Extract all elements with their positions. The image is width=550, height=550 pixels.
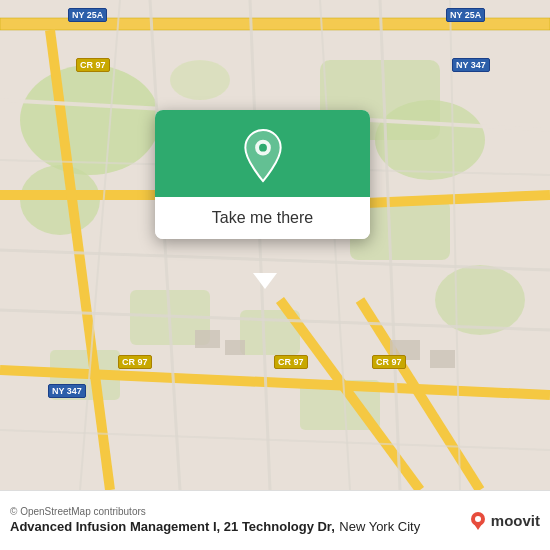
road-label-ny347-top-right: NY 347 — [452, 58, 490, 72]
road-label-cr97-bottom-right: CR 97 — [372, 355, 406, 369]
pin-icon — [239, 128, 287, 183]
svg-rect-33 — [225, 340, 245, 355]
map-svg — [0, 0, 550, 490]
bottom-bar: © OpenStreetMap contributors Advanced In… — [0, 490, 550, 550]
popup-green-header — [155, 110, 370, 197]
take-me-there-button[interactable]: Take me there — [155, 197, 370, 239]
location-subtitle: New York City — [339, 519, 420, 534]
road-label-ny25a-right: NY 25A — [446, 8, 485, 22]
moovit-icon — [469, 512, 487, 530]
attribution-text: © OpenStreetMap contributors — [10, 506, 420, 517]
svg-marker-40 — [474, 524, 482, 530]
location-popup: Take me there — [155, 110, 370, 239]
svg-rect-32 — [195, 330, 220, 348]
map-view: NY 25A NY 25A CR 97 NY 347 NY 347 CR 97 … — [0, 0, 550, 490]
road-label-cr97-left: CR 97 — [76, 58, 110, 72]
road-label-cr97-bottom-mid: CR 97 — [274, 355, 308, 369]
moovit-text: moovit — [491, 512, 540, 529]
svg-point-6 — [170, 60, 230, 100]
location-info: Advanced Infusion Management I, 21 Techn… — [10, 517, 420, 535]
svg-point-9 — [435, 265, 525, 335]
moovit-logo: moovit — [469, 512, 540, 530]
svg-point-1 — [20, 65, 160, 175]
svg-point-39 — [475, 516, 481, 522]
road-label-cr97-mid: CR 97 — [118, 355, 152, 369]
svg-point-37 — [259, 144, 267, 152]
location-title: Advanced Infusion Management I, 21 Techn… — [10, 519, 335, 534]
svg-point-4 — [375, 100, 485, 180]
svg-rect-35 — [430, 350, 455, 368]
road-label-ny347-bottom: NY 347 — [48, 384, 86, 398]
road-label-ny25a-left: NY 25A — [68, 8, 107, 22]
